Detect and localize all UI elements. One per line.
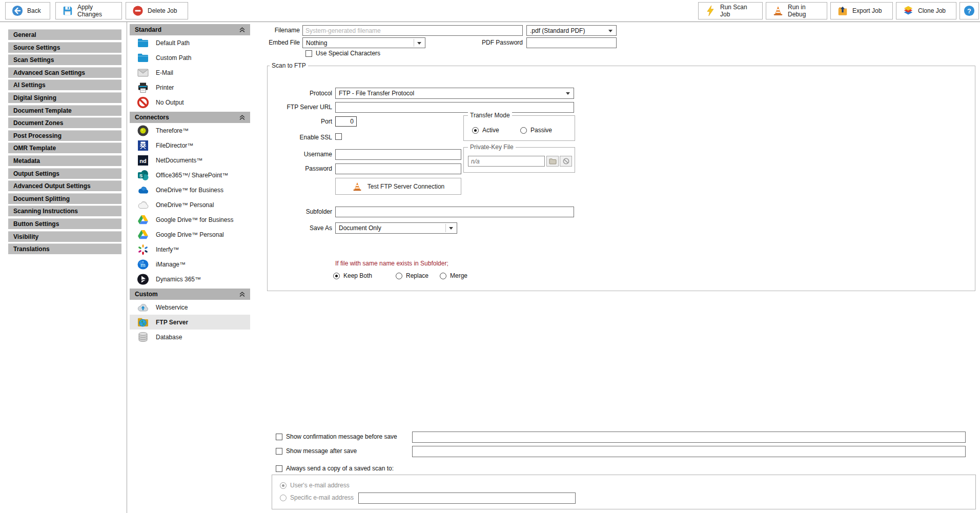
palette-item-filedirector[interactable]: FileDirector™ bbox=[130, 138, 250, 153]
sidebar-item-general[interactable]: General bbox=[8, 29, 121, 40]
sidebar-item-button-settings[interactable]: Button Settings bbox=[8, 218, 121, 229]
keep-both-radio[interactable] bbox=[333, 273, 340, 279]
palette-item-google-drive-personal[interactable]: Google Drive™ Personal bbox=[130, 227, 250, 242]
username-label: Username bbox=[268, 151, 332, 158]
ftp-server-url-label: FTP Server URL bbox=[268, 104, 332, 111]
back-button[interactable]: Back bbox=[5, 2, 50, 19]
send-copy-checkbox[interactable] bbox=[276, 465, 282, 472]
sidebar-item-translations[interactable]: Translations bbox=[8, 243, 121, 254]
protocol-dropdown[interactable]: FTP - File Transfer Protocol bbox=[335, 88, 574, 99]
palette-item-database[interactable]: Database bbox=[130, 330, 250, 344]
browse-key-button[interactable] bbox=[546, 156, 559, 167]
transfer-passive-radio[interactable] bbox=[520, 127, 527, 134]
palette-item-office365-sharepoint[interactable]: S Office365™/ SharePoint™ bbox=[130, 168, 250, 182]
palette-item-printer[interactable]: Printer bbox=[130, 80, 250, 95]
palette-item-onedrive-personal[interactable]: OneDrive™ Personal bbox=[130, 197, 250, 212]
confirm-before-save-checkbox[interactable] bbox=[276, 434, 282, 440]
use-special-characters-checkbox[interactable] bbox=[305, 50, 312, 57]
palette-item-onedrive-business[interactable]: OneDrive™ for Business bbox=[130, 182, 250, 197]
after-save-message-input[interactable] bbox=[412, 446, 966, 457]
pdf-password-input[interactable] bbox=[526, 37, 617, 48]
palette-item-netdocuments[interactable]: nd NetDocuments™ bbox=[130, 153, 250, 168]
run-scan-job-button[interactable]: Run Scan Job bbox=[698, 2, 763, 19]
palette-item-no-output[interactable]: No Output bbox=[130, 95, 250, 110]
apply-changes-button[interactable]: Apply Changes bbox=[55, 2, 122, 19]
sidebar-item-visibility[interactable]: Visibility bbox=[8, 231, 121, 242]
private-key-file-input[interactable] bbox=[468, 156, 545, 167]
help-button[interactable]: ? bbox=[959, 2, 979, 19]
palette-item-dynamics365[interactable]: Dynamics 365™ bbox=[130, 272, 250, 286]
sidebar-item-omr-template[interactable]: OMR Template bbox=[8, 142, 121, 153]
specific-email-radio[interactable] bbox=[280, 495, 287, 501]
filename-label: Filename bbox=[253, 27, 300, 34]
confirm-before-save-label: Show confirmation message before save bbox=[286, 433, 397, 440]
palette-item-label: Default Path bbox=[156, 39, 190, 47]
palette-item-label: Therefore™ bbox=[156, 127, 189, 134]
palette-item-webservice[interactable]: Webservice bbox=[130, 300, 250, 315]
test-ftp-connection-label: Test FTP Server Connection bbox=[368, 183, 445, 190]
merge-radio[interactable] bbox=[440, 273, 446, 279]
palette-item-therefore[interactable]: Therefore™ bbox=[130, 123, 250, 138]
collapse-chevron-icon[interactable] bbox=[239, 27, 245, 33]
sidebar-item-document-template[interactable]: Document Template bbox=[8, 105, 121, 116]
palette-item-imanage[interactable]: m iManage™ bbox=[130, 257, 250, 272]
embed-file-dropdown[interactable]: Nothing bbox=[302, 37, 425, 48]
palette-item-label: Database bbox=[156, 334, 182, 341]
run-in-debug-button[interactable]: Run in Debug bbox=[766, 2, 827, 19]
conflict-merge-option: Merge bbox=[440, 272, 467, 279]
test-ftp-connection-button[interactable]: Test FTP Server Connection bbox=[335, 178, 461, 195]
clone-job-button[interactable]: Clone Job bbox=[896, 2, 956, 19]
pdf-password-label: PDF Password bbox=[446, 39, 523, 46]
printer-icon bbox=[137, 81, 149, 94]
specific-email-input[interactable] bbox=[358, 493, 576, 504]
section-header-custom[interactable]: Custom bbox=[130, 289, 250, 300]
folder-small-icon bbox=[549, 158, 557, 165]
username-input[interactable] bbox=[335, 149, 461, 160]
clear-key-button[interactable] bbox=[560, 156, 572, 167]
subfolder-input[interactable] bbox=[335, 207, 574, 217]
file-format-dropdown[interactable]: .pdf (Standard PDF) bbox=[526, 25, 617, 36]
message-after-save-label: Show message after save bbox=[286, 447, 357, 455]
palette-item-ftp-server[interactable]: FTP Server bbox=[130, 315, 250, 330]
transfer-active-radio[interactable] bbox=[472, 127, 479, 134]
palette-item-email[interactable]: E-Mail bbox=[130, 65, 250, 80]
sidebar-item-digital-signing[interactable]: Digital Signing bbox=[8, 92, 121, 103]
sidebar-item-ai-settings[interactable]: AI Settings bbox=[8, 79, 121, 90]
debug-cone-icon bbox=[772, 5, 784, 16]
filename-input[interactable] bbox=[302, 25, 523, 36]
user-email-radio[interactable] bbox=[280, 482, 287, 489]
palette-item-default-path[interactable]: Default Path bbox=[130, 35, 250, 50]
section-header-connectors[interactable]: Connectors bbox=[130, 112, 250, 123]
sidebar-item-source-settings[interactable]: Source Settings bbox=[8, 42, 121, 53]
confirm-message-input[interactable] bbox=[412, 432, 966, 443]
password-input[interactable] bbox=[335, 163, 461, 174]
section-header-standard[interactable]: Standard bbox=[130, 24, 250, 35]
sidebar-item-document-splitting[interactable]: Document Splitting bbox=[8, 193, 121, 204]
palette-item-custom-path[interactable]: Custom Path bbox=[130, 50, 250, 65]
transfer-active-label: Active bbox=[482, 127, 499, 134]
message-after-save-checkbox[interactable] bbox=[276, 448, 282, 455]
ftp-server-url-input[interactable] bbox=[335, 102, 574, 113]
collapse-chevron-icon[interactable] bbox=[239, 115, 245, 120]
export-job-button[interactable]: Export Job bbox=[830, 2, 893, 19]
palette-item-label: Google Drive™ Personal bbox=[156, 231, 224, 238]
sidebar-item-scan-settings[interactable]: Scan Settings bbox=[8, 54, 121, 65]
sidebar-item-scanning-instructions[interactable]: Scanning Instructions bbox=[8, 206, 121, 216]
port-input[interactable] bbox=[335, 116, 357, 127]
enable-ssl-checkbox[interactable] bbox=[335, 133, 342, 140]
sidebar-item-advanced-scan-settings[interactable]: Advanced Scan Settings bbox=[8, 67, 121, 78]
save-as-dropdown[interactable]: Document Only bbox=[335, 222, 457, 234]
sidebar-item-metadata[interactable]: Metadata bbox=[8, 155, 121, 166]
replace-radio[interactable] bbox=[396, 273, 402, 279]
palette-item-interfy[interactable]: Interfy™ bbox=[130, 242, 250, 257]
delete-job-button[interactable]: Delete Job bbox=[126, 2, 188, 19]
sidebar-item-advanced-output-settings[interactable]: Advanced Output Settings bbox=[8, 180, 121, 191]
sidebar-item-post-processing[interactable]: Post Processing bbox=[8, 130, 121, 141]
save-as-value: Document Only bbox=[339, 224, 381, 232]
port-label: Port bbox=[268, 118, 332, 125]
collapse-chevron-icon[interactable] bbox=[239, 292, 245, 297]
sidebar-item-output-settings[interactable]: Output Settings bbox=[8, 168, 121, 179]
sidebar-item-document-zones[interactable]: Document Zones bbox=[8, 117, 121, 128]
use-special-characters-label: Use Special Characters bbox=[316, 50, 380, 57]
palette-item-google-drive-business[interactable]: Google Drive™ for Business bbox=[130, 212, 250, 227]
